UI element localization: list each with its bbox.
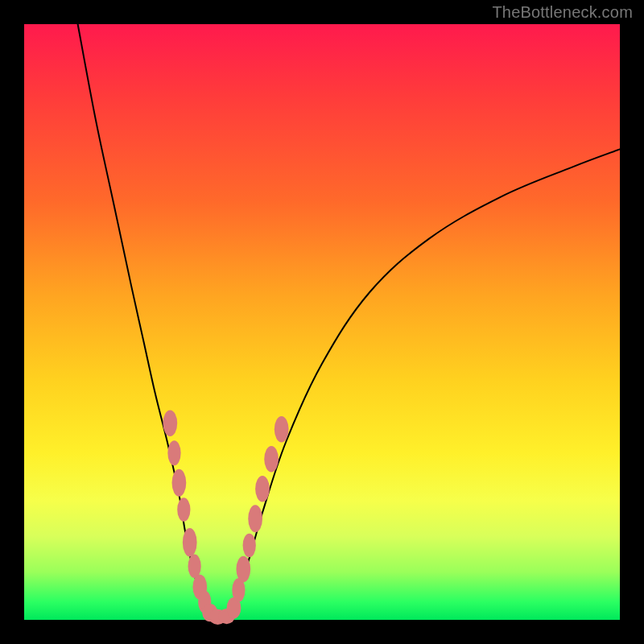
data-bead [177, 497, 190, 522]
data-bead [275, 416, 289, 443]
chart-svg [24, 24, 620, 620]
data-bead [236, 556, 250, 583]
bottleneck-curve [78, 24, 620, 619]
data-bead [188, 555, 201, 579]
data-bead [243, 534, 256, 558]
plot-area [24, 24, 620, 620]
bead-group [163, 411, 288, 625]
outer-frame: TheBottleneck.com [0, 0, 644, 644]
watermark-text: TheBottleneck.com [492, 3, 633, 22]
curve-group [78, 24, 620, 619]
data-bead [255, 476, 270, 502]
data-bead [264, 446, 279, 473]
data-bead [183, 528, 197, 557]
data-bead [172, 469, 187, 497]
data-bead [167, 440, 180, 465]
data-bead [163, 411, 177, 437]
data-bead [248, 505, 262, 532]
